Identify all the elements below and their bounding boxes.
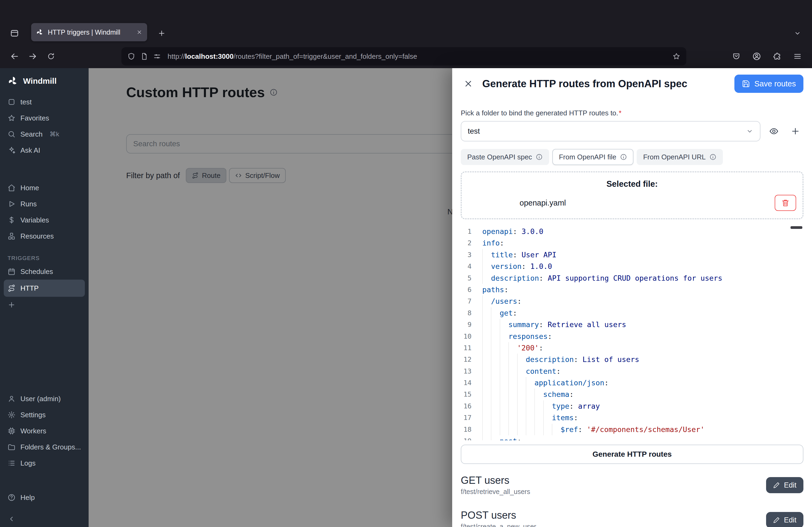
preview-folder-button[interactable] xyxy=(766,123,782,139)
code-line: 4version: 1.0.0 xyxy=(461,260,803,272)
source-tab-from-openapi-url[interactable]: From OpenAPI URL xyxy=(637,149,723,165)
line-number: 13 xyxy=(461,365,472,377)
sidebar-item-help[interactable]: Help xyxy=(0,490,89,506)
sidebar-item-label: Settings xyxy=(20,411,46,419)
source-tab-from-openapi-file[interactable]: From OpenAPI file xyxy=(552,149,634,165)
code-line: 5description: API supporting CRUD operat… xyxy=(461,272,803,284)
add-folder-button[interactable] xyxy=(787,123,803,139)
sidebar-item-workers[interactable]: Workers xyxy=(0,423,89,439)
selected-file-name: openapi.yaml xyxy=(520,199,566,207)
source-tab-paste-openapi-spec[interactable]: Paste OpenAPI spec xyxy=(461,149,549,165)
indent-guide xyxy=(482,249,491,260)
save-icon xyxy=(742,80,750,88)
indent-guide xyxy=(482,272,491,284)
sidebar-item-variables[interactable]: Variables xyxy=(0,212,89,228)
indent-guide xyxy=(500,400,508,412)
list-all-tabs-button[interactable] xyxy=(789,25,806,41)
page-info-icon[interactable] xyxy=(140,52,148,60)
sidebar-item-runs[interactable]: Runs xyxy=(0,196,89,212)
indent-guide xyxy=(482,377,491,389)
sidebar-item-resources[interactable]: Resources xyxy=(0,228,89,244)
indent-guide xyxy=(508,365,517,377)
sidebar-quick-group: testFavoritesSearch⌘kAsk AI xyxy=(0,94,89,158)
indent-guide xyxy=(491,424,499,435)
sidebar-item-schedules[interactable]: Schedules xyxy=(0,264,89,280)
account-icon xyxy=(752,52,761,61)
toggles-icon xyxy=(153,52,161,60)
code-line: 14application/json: xyxy=(461,377,803,389)
route-info: POST users f/test/create_a_new_user xyxy=(461,510,536,527)
menu-button[interactable] xyxy=(789,48,806,64)
sidebar-item-test[interactable]: test xyxy=(0,94,89,110)
boxes-icon xyxy=(8,232,16,240)
browser-chrome: HTTP triggers | Windmill http://localhos… xyxy=(0,0,812,68)
reload-button[interactable] xyxy=(43,48,59,64)
indent-guide xyxy=(500,331,508,342)
editor-scrollbar-thumb[interactable] xyxy=(791,226,802,229)
indent-guide xyxy=(526,424,534,435)
folder-select[interactable]: test xyxy=(461,121,760,141)
sidebar-item-label: Runs xyxy=(20,200,37,208)
new-tab-button[interactable] xyxy=(154,25,170,41)
protection-toggles-icon[interactable] xyxy=(153,52,161,60)
sidebar-item-label: Variables xyxy=(20,216,49,224)
code-line: 19post: xyxy=(461,435,803,440)
indent-guide xyxy=(500,424,508,435)
generate-http-routes-button[interactable]: Generate HTTP routes xyxy=(461,445,803,464)
indent-guide xyxy=(517,412,526,423)
forward-button[interactable] xyxy=(25,48,41,64)
sidebar-item-search[interactable]: Search⌘k xyxy=(0,126,89,142)
indent-guide xyxy=(482,365,491,377)
edit-route-button[interactable]: Edit xyxy=(766,477,803,493)
browser-tab[interactable]: HTTP triggers | Windmill xyxy=(31,23,147,41)
route-icon xyxy=(8,284,16,292)
bookmark-star-icon[interactable] xyxy=(672,52,680,60)
sidebar-item-label: Resources xyxy=(20,232,54,240)
drawer-close-button[interactable] xyxy=(461,76,476,91)
home-icon xyxy=(8,184,16,192)
sidebar-item-http[interactable]: HTTP xyxy=(4,280,85,297)
sidebar-item-folders-groups[interactable]: Folders & Groups... xyxy=(0,439,89,455)
code-line: 15schema: xyxy=(461,389,803,400)
sidebar-item-home[interactable]: Home xyxy=(0,180,89,196)
shield-icon xyxy=(127,52,135,60)
pocket-save-button[interactable] xyxy=(728,48,744,64)
indent-guide xyxy=(534,424,543,435)
firefox-view-button[interactable] xyxy=(6,25,23,41)
edit-route-button[interactable]: Edit xyxy=(766,512,803,527)
tab-title: HTTP triggers | Windmill xyxy=(48,28,132,36)
indent-guide xyxy=(517,353,526,365)
brand[interactable]: Windmill xyxy=(0,68,89,94)
back-button[interactable] xyxy=(6,48,23,64)
url-bar[interactable]: http://localhost:3000/routes?filter_path… xyxy=(121,47,686,65)
sidebar-item-ask-ai[interactable]: Ask AI xyxy=(0,142,89,158)
navbar-right-icons xyxy=(728,48,806,64)
sidebar-item-user-admin[interactable]: User (admin) xyxy=(0,391,89,407)
sidebar-item-label: HTTP xyxy=(20,284,39,292)
remove-file-button[interactable] xyxy=(775,195,796,211)
brand-name: Windmill xyxy=(23,76,57,86)
line-number: 8 xyxy=(461,307,472,319)
chevDown-icon xyxy=(794,30,801,37)
sidebar-add-button[interactable] xyxy=(0,297,89,313)
code-line: 8get: xyxy=(461,307,803,319)
shield-icon[interactable] xyxy=(127,52,135,60)
extensions-button[interactable] xyxy=(769,48,785,64)
account-button[interactable] xyxy=(749,48,765,64)
tab-close-icon[interactable] xyxy=(136,29,142,35)
save-routes-button[interactable]: Save routes xyxy=(735,75,803,93)
openapi-code-editor[interactable]: 1openapi: 3.0.02info:3title: User API4ve… xyxy=(461,226,803,440)
required-asterisk: * xyxy=(619,109,621,117)
code-line: 16type: array xyxy=(461,400,803,412)
sidebar-item-logs[interactable]: Logs xyxy=(0,455,89,471)
sidebar-item-settings[interactable]: Settings xyxy=(0,407,89,423)
indent-guide xyxy=(508,400,517,412)
indent-guide xyxy=(491,319,499,330)
puzzle-icon xyxy=(773,52,781,61)
sidebar-item-label: Favorites xyxy=(20,114,49,122)
app-window: Windmill testFavoritesSearch⌘kAsk AI Hom… xyxy=(0,68,812,527)
indent-guide xyxy=(482,412,491,423)
sidebar-collapse-button[interactable] xyxy=(0,511,89,527)
sidebar-item-favorites[interactable]: Favorites xyxy=(0,110,89,126)
indent-guide xyxy=(500,353,508,365)
